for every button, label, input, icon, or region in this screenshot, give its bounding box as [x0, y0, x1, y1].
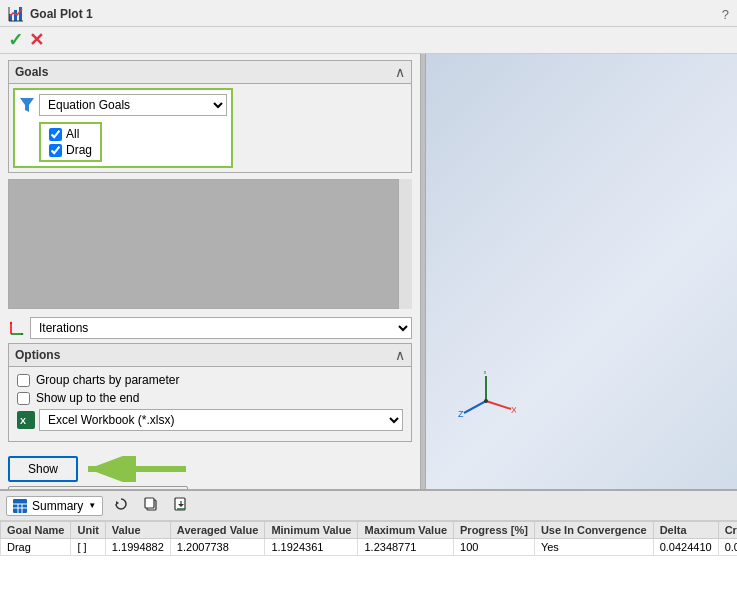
checkmark-icon: ✓: [8, 31, 23, 49]
summary-dropdown-btn[interactable]: Summary ▼: [6, 496, 103, 516]
summary-label: Summary: [32, 499, 83, 513]
btn-row: Show Export to Excel: [8, 448, 412, 489]
svg-text:Z: Z: [458, 409, 464, 419]
col-progress: Progress [%]: [454, 522, 535, 539]
col-unit: Unit: [71, 522, 105, 539]
show-to-end-label: Show up to the end: [36, 391, 139, 405]
options-body: Group charts by parameter Show up to the…: [9, 367, 411, 441]
left-panel: Goals ∧ Equation Goals: [0, 54, 420, 489]
3d-viewport[interactable]: Z X Y: [426, 54, 737, 489]
svg-text:X: X: [511, 405, 516, 415]
copy-button[interactable]: [139, 494, 163, 517]
checkbox-drag: Drag: [47, 142, 94, 158]
xaxis-dropdown[interactable]: Iterations: [30, 317, 412, 339]
svg-marker-5: [20, 98, 34, 112]
svg-line-14: [464, 401, 486, 413]
refresh-icon: [114, 497, 128, 511]
cancel-button[interactable]: ✕: [29, 31, 44, 49]
col-goal-name: Goal Name: [1, 522, 71, 539]
arrow-indicator: [78, 456, 188, 482]
export-button[interactable]: [169, 494, 193, 517]
cell-maximum-value: 1.2348771: [358, 539, 454, 556]
group-charts-option: Group charts by parameter: [17, 373, 403, 387]
chart-icon: [8, 6, 24, 22]
drag-label: Drag: [66, 143, 92, 157]
axis-icon: [8, 319, 26, 337]
axis-indicator: Z X Y: [456, 371, 516, 429]
excel-icon: X: [17, 411, 35, 429]
cell-goal-name: Drag: [1, 539, 71, 556]
x-icon: ✕: [29, 31, 44, 49]
filter-icon: [19, 97, 35, 113]
all-label: All: [66, 127, 79, 141]
col-criteria: Criteria: [718, 522, 737, 539]
options-section-header: Options ∧: [9, 344, 411, 367]
svg-text:Y: Y: [482, 371, 488, 376]
summary-dropdown-arrow: ▼: [88, 501, 96, 510]
chart-scrollbar[interactable]: [398, 179, 412, 309]
svg-marker-26: [116, 501, 119, 505]
svg-line-16: [486, 401, 511, 409]
all-checkbox[interactable]: [49, 128, 62, 141]
cell-progress-[%]: 100: [454, 539, 535, 556]
checkbox-all: All: [47, 126, 94, 142]
table-row: Drag[ ]1.19948821.20077381.19243611.2348…: [1, 539, 738, 556]
show-to-end-checkbox[interactable]: [17, 392, 30, 405]
col-value: Value: [105, 522, 170, 539]
export-format-row: X Excel Workbook (*.xlsx): [17, 409, 403, 431]
col-averaged-value: Averaged Value: [170, 522, 265, 539]
show-to-end-option: Show up to the end: [17, 391, 403, 405]
goals-section-header: Goals ∧: [9, 61, 411, 84]
drag-checkbox[interactable]: [49, 144, 62, 157]
toolbar: ✓ ✕: [0, 27, 737, 54]
cell-delta: 0.0424410: [653, 539, 718, 556]
col-use-in-convergence: Use In Convergence: [534, 522, 653, 539]
filter-row: Equation Goals: [19, 94, 227, 116]
equation-goals-dropdown[interactable]: Equation Goals: [39, 94, 227, 116]
svg-rect-28: [145, 498, 154, 508]
options-section: Options ∧ Group charts by parameter Show…: [8, 343, 412, 442]
options-section-title: Options: [15, 348, 60, 362]
col-minimum-value: Minimum Value: [265, 522, 358, 539]
bottom-panel: Summary ▼: [0, 489, 737, 589]
group-charts-checkbox[interactable]: [17, 374, 30, 387]
title-bar: Goal Plot 1 ?: [0, 0, 737, 27]
goals-body: Equation Goals All Drag: [9, 84, 411, 172]
svg-point-20: [484, 399, 488, 403]
options-collapse-btn[interactable]: ∧: [395, 347, 405, 363]
refresh-button[interactable]: [109, 494, 133, 517]
goals-section-title: Goals: [15, 65, 48, 79]
title-bar-left: Goal Plot 1: [8, 6, 93, 22]
goals-collapse-btn[interactable]: ∧: [395, 64, 405, 80]
bottom-toolbar: Summary ▼: [0, 491, 737, 521]
cell-value: 1.1994882: [105, 539, 170, 556]
window-title: Goal Plot 1: [30, 7, 93, 21]
export-format-dropdown[interactable]: Excel Workbook (*.xlsx): [39, 409, 403, 431]
show-button[interactable]: Show: [8, 456, 78, 482]
col-delta: Delta: [653, 522, 718, 539]
chart-area: [8, 179, 412, 309]
col-maximum-value: Maximum Value: [358, 522, 454, 539]
table-icon: [13, 499, 27, 513]
data-table: Goal Name Unit Value Averaged Value Mini…: [0, 521, 737, 556]
group-charts-label: Group charts by parameter: [36, 373, 179, 387]
cell-criteria: 0.0500000: [718, 539, 737, 556]
cell-minimum-value: 1.1924361: [265, 539, 358, 556]
help-icon[interactable]: ?: [722, 7, 729, 22]
export-icon: [174, 497, 188, 511]
goals-section: Goals ∧ Equation Goals: [8, 60, 412, 173]
table-container: Goal Name Unit Value Averaged Value Mini…: [0, 521, 737, 589]
right-panel: Z X Y: [426, 54, 737, 489]
confirm-button[interactable]: ✓: [8, 31, 23, 49]
copy-icon: [144, 497, 158, 511]
main-window: Goal Plot 1 ? ✓ ✕ Goals ∧: [0, 0, 737, 589]
cell-averaged-value: 1.2007738: [170, 539, 265, 556]
svg-text:X: X: [20, 416, 26, 426]
table-header-row: Goal Name Unit Value Averaged Value Mini…: [1, 522, 738, 539]
xaxis-row: Iterations: [8, 317, 412, 339]
cell-unit: [ ]: [71, 539, 105, 556]
cell-use-in-convergence: Yes: [534, 539, 653, 556]
svg-rect-21: [13, 499, 27, 513]
content-area: Goals ∧ Equation Goals: [0, 54, 737, 489]
